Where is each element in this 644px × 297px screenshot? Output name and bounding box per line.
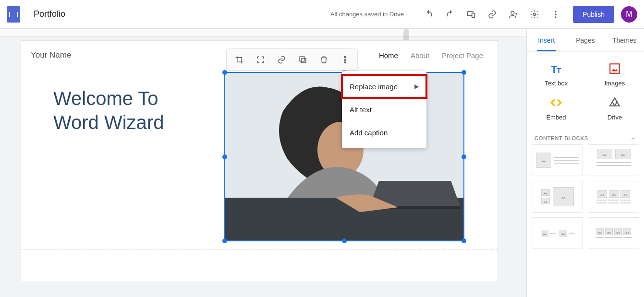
- resize-handle[interactable]: [222, 238, 227, 243]
- image-toolbar: [226, 48, 358, 71]
- svg-rect-1: [472, 13, 475, 17]
- insert-textbox[interactable]: TT Text box: [527, 58, 585, 92]
- person-add-icon[interactable]: [503, 4, 524, 25]
- gear-icon[interactable]: [524, 4, 545, 25]
- cell-label: Text box: [545, 80, 568, 87]
- block-template[interactable]: [532, 144, 583, 176]
- resize-handle[interactable]: [462, 238, 466, 243]
- context-menu: Replace image ▶ Alt text Add caption: [342, 71, 426, 148]
- menu-replace-image[interactable]: Replace image ▶: [342, 75, 426, 98]
- header-label: CONTENT BLOCKS: [535, 135, 588, 141]
- ruler: [0, 29, 526, 36]
- menu-label: Add caption: [350, 129, 388, 137]
- insert-images[interactable]: Images: [585, 58, 644, 92]
- resize-handle[interactable]: [462, 154, 466, 159]
- page[interactable]: Your Name Home About Project Page Welcom…: [21, 41, 498, 281]
- insert-embed[interactable]: Embed: [527, 92, 585, 126]
- cell-label: Images: [605, 80, 625, 87]
- svg-point-6: [555, 16, 556, 18]
- resize-handle[interactable]: [462, 70, 466, 75]
- menu-add-caption[interactable]: Add caption: [342, 121, 426, 144]
- block-template[interactable]: [588, 181, 639, 213]
- sites-logo-icon[interactable]: [7, 6, 20, 23]
- tab-themes[interactable]: Themes: [605, 29, 644, 51]
- cell-label: Drive: [608, 114, 622, 121]
- svg-point-2: [511, 11, 514, 14]
- more-vert-icon[interactable]: [545, 4, 566, 25]
- tab-insert[interactable]: Insert: [527, 29, 566, 51]
- resize-handle[interactable]: [342, 238, 347, 243]
- more-vert-icon[interactable]: [334, 50, 355, 69]
- section-divider: [21, 249, 498, 250]
- crop-icon[interactable]: [229, 50, 250, 69]
- menu-label: Alt text: [350, 106, 372, 114]
- nav-about[interactable]: About: [411, 51, 429, 59]
- nav-home[interactable]: Home: [379, 51, 398, 59]
- link-icon[interactable]: [482, 4, 503, 25]
- site-title[interactable]: Your Name: [31, 50, 71, 60]
- svg-point-15: [344, 61, 345, 63]
- svg-point-13: [344, 56, 345, 58]
- svg-rect-18: [610, 64, 620, 73]
- svg-point-4: [555, 11, 556, 12]
- svg-point-5: [555, 13, 556, 15]
- content-blocks-header[interactable]: CONTENT BLOCKS ︿: [527, 130, 644, 144]
- resize-handle[interactable]: [222, 154, 227, 159]
- canvas-area[interactable]: Your Name Home About Project Page Welcom…: [0, 29, 526, 297]
- svg-rect-11: [301, 58, 306, 62]
- tab-pages[interactable]: Pages: [566, 29, 605, 51]
- devices-icon[interactable]: [461, 4, 482, 25]
- block-template[interactable]: [532, 181, 583, 213]
- publish-button[interactable]: Publish: [573, 6, 614, 23]
- side-panel: Insert Pages Themes TT Text box Images E…: [526, 29, 644, 297]
- block-template[interactable]: [588, 217, 639, 249]
- hero-title[interactable]: Welcome To Word Wizard: [53, 86, 164, 134]
- svg-rect-12: [300, 57, 304, 61]
- link-icon[interactable]: [271, 50, 292, 69]
- svg-point-14: [344, 59, 345, 60]
- avatar[interactable]: M: [621, 6, 637, 23]
- menu-label: Replace image: [350, 83, 398, 91]
- app-bar: Portfolio All changes saved in Drive Pub…: [0, 0, 644, 29]
- side-tabs: Insert Pages Themes: [527, 29, 644, 52]
- menu-alt-text[interactable]: Alt text: [342, 98, 426, 121]
- fullscreen-icon[interactable]: [250, 50, 271, 69]
- resize-handle[interactable]: [222, 70, 227, 75]
- hero-line-1: Welcome To: [53, 86, 164, 110]
- chevron-right-icon: ▶: [414, 83, 419, 90]
- hero-line-2: Word Wizard: [53, 110, 164, 134]
- redo-icon[interactable]: [439, 4, 461, 25]
- svg-text:T: T: [557, 66, 561, 74]
- insert-drive[interactable]: Drive: [585, 92, 644, 126]
- site-nav: Home About Project Page: [379, 51, 483, 59]
- cell-label: Embed: [546, 114, 566, 121]
- document-title[interactable]: Portfolio: [34, 9, 65, 19]
- undo-icon[interactable]: [418, 4, 439, 25]
- block-template[interactable]: [532, 217, 583, 249]
- trash-icon[interactable]: [313, 50, 334, 69]
- nav-project[interactable]: Project Page: [442, 51, 483, 59]
- chevron-up-icon: ︿: [631, 134, 636, 142]
- copy-icon[interactable]: [292, 50, 313, 69]
- block-template[interactable]: [588, 144, 639, 176]
- svg-point-3: [534, 13, 536, 15]
- content-blocks-grid: [527, 144, 644, 249]
- save-status: All changes saved in Drive: [330, 11, 404, 18]
